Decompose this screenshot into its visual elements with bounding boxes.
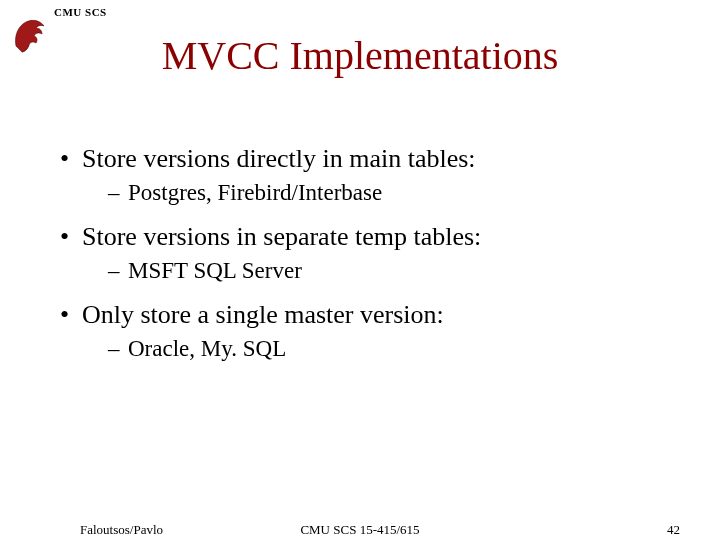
bullet-level2: Postgres, Firebird/Interbase — [60, 180, 680, 206]
footer-course: CMU SCS 15-415/615 — [0, 522, 720, 538]
bullet-level1: Store versions in separate temp tables: — [60, 222, 680, 252]
bullet-level2: MSFT SQL Server — [60, 258, 680, 284]
slide-content: Store versions directly in main tables: … — [60, 140, 680, 378]
bullet-level1: Only store a single master version: — [60, 300, 680, 330]
header-org-label: CMU SCS — [54, 6, 107, 18]
bullet-level1: Store versions directly in main tables: — [60, 144, 680, 174]
slide-title: MVCC Implementations — [0, 32, 720, 79]
slide: CMU SCS MVCC Implementations Store versi… — [0, 0, 720, 540]
footer-page-number: 42 — [667, 522, 680, 538]
bullet-level2: Oracle, My. SQL — [60, 336, 680, 362]
